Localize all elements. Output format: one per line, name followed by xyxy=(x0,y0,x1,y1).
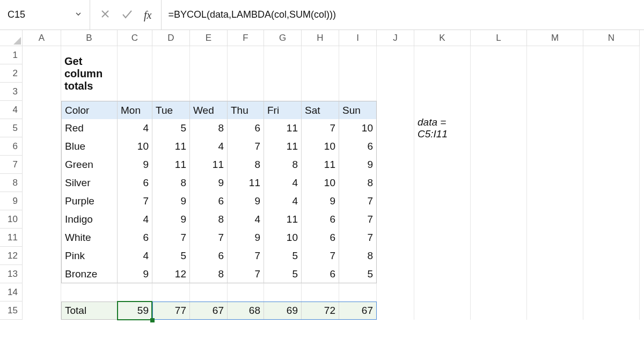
cell-H,1[interactable] xyxy=(302,46,339,64)
cell-B,5[interactable]: Red xyxy=(61,119,118,137)
cell-D,5[interactable]: 5 xyxy=(152,119,190,137)
cell-N,3[interactable] xyxy=(583,83,640,101)
cell-N,10[interactable] xyxy=(583,210,640,229)
cell-K,7[interactable] xyxy=(414,156,471,174)
cell-L,9[interactable] xyxy=(471,192,527,210)
cell-H,3[interactable] xyxy=(302,83,339,101)
cell-K,12[interactable] xyxy=(414,247,471,265)
cell-H,5[interactable]: 7 xyxy=(302,119,339,137)
cell-L,11[interactable] xyxy=(471,229,527,247)
cell-N,12[interactable] xyxy=(583,247,640,265)
cell-J,12[interactable] xyxy=(377,247,414,265)
cell-E,1[interactable] xyxy=(190,46,228,64)
cell-A,10[interactable] xyxy=(23,210,61,229)
cell-B,8[interactable]: Silver xyxy=(61,174,118,192)
cell-K,3[interactable] xyxy=(414,83,471,101)
cell-G,7[interactable]: 8 xyxy=(264,156,302,174)
enter-icon[interactable] xyxy=(121,8,133,22)
cell-I,11[interactable]: 7 xyxy=(339,229,377,247)
cell-L,2[interactable] xyxy=(471,64,527,83)
cell-I,13[interactable]: 5 xyxy=(339,265,377,283)
cell-A,3[interactable] xyxy=(23,83,61,101)
cell-G,11[interactable]: 10 xyxy=(264,229,302,247)
cell-J,1[interactable] xyxy=(377,46,414,64)
cell-F,1[interactable] xyxy=(228,46,264,64)
cell-K,14[interactable] xyxy=(414,283,471,302)
cell-N,9[interactable] xyxy=(583,192,640,210)
cell-I,4[interactable]: Sun xyxy=(339,101,377,119)
cell-B,9[interactable]: Purple xyxy=(61,192,118,210)
cell-L,13[interactable] xyxy=(471,265,527,283)
cell-E,11[interactable]: 7 xyxy=(190,229,228,247)
cell-K,11[interactable] xyxy=(414,229,471,247)
cell-H,9[interactable]: 9 xyxy=(302,192,339,210)
cell-K,6[interactable] xyxy=(414,137,471,156)
cell-D,2[interactable] xyxy=(152,64,190,83)
cell-C,9[interactable]: 7 xyxy=(118,192,152,210)
row-header[interactable]: 3 xyxy=(0,83,23,101)
row-header[interactable]: 11 xyxy=(0,229,23,247)
cell-F,2[interactable] xyxy=(228,64,264,83)
cell-K,15[interactable] xyxy=(414,302,471,320)
cell-E,8[interactable]: 9 xyxy=(190,174,228,192)
cell-G,4[interactable]: Fri xyxy=(264,101,302,119)
cell-D,9[interactable]: 9 xyxy=(152,192,190,210)
cell-G,3[interactable] xyxy=(264,83,302,101)
cell-M,10[interactable] xyxy=(527,210,583,229)
insert-function-icon[interactable]: fx xyxy=(144,10,151,20)
cell-B,10[interactable]: Indigo xyxy=(61,210,118,229)
cell-A,15[interactable] xyxy=(23,302,61,320)
cell-I,1[interactable] xyxy=(339,46,377,64)
row-header[interactable]: 1 xyxy=(0,46,23,64)
cell-M,14[interactable] xyxy=(527,283,583,302)
cell-N,6[interactable] xyxy=(583,137,640,156)
cell-N,15[interactable] xyxy=(583,302,640,320)
cell-A,5[interactable] xyxy=(23,119,61,137)
cell-D,1[interactable] xyxy=(152,46,190,64)
cell-J,13[interactable] xyxy=(377,265,414,283)
cell-A,13[interactable] xyxy=(23,265,61,283)
cell-H,8[interactable]: 10 xyxy=(302,174,339,192)
cell-M,12[interactable] xyxy=(527,247,583,265)
cell-A,14[interactable] xyxy=(23,283,61,302)
cell-D,10[interactable]: 9 xyxy=(152,210,190,229)
cell-E,10[interactable]: 8 xyxy=(190,210,228,229)
cell-N,8[interactable] xyxy=(583,174,640,192)
cell-J,14[interactable] xyxy=(377,283,414,302)
cell-I,6[interactable]: 6 xyxy=(339,137,377,156)
cell-F,5[interactable]: 6 xyxy=(228,119,264,137)
cell-J,10[interactable] xyxy=(377,210,414,229)
cell-A,2[interactable] xyxy=(23,64,61,83)
cell-I,14[interactable] xyxy=(339,283,377,302)
cell-H,15[interactable]: 72 xyxy=(302,302,339,320)
cell-C,6[interactable]: 10 xyxy=(118,137,152,156)
cell-F,7[interactable]: 8 xyxy=(228,156,264,174)
column-header[interactable]: K xyxy=(414,30,471,46)
cell-D,8[interactable]: 8 xyxy=(152,174,190,192)
cell-J,3[interactable] xyxy=(377,83,414,101)
cell-H,13[interactable]: 6 xyxy=(302,265,339,283)
cell-N,14[interactable] xyxy=(583,283,640,302)
cell-F,6[interactable]: 7 xyxy=(228,137,264,156)
cell-L,6[interactable] xyxy=(471,137,527,156)
cell-E,7[interactable]: 11 xyxy=(190,156,228,174)
cancel-icon[interactable] xyxy=(100,9,111,21)
column-header[interactable]: E xyxy=(190,30,228,46)
cell-J,6[interactable] xyxy=(377,137,414,156)
cell-E,9[interactable]: 6 xyxy=(190,192,228,210)
cell-L,8[interactable] xyxy=(471,174,527,192)
row-header[interactable]: 10 xyxy=(0,210,23,229)
cell-H,11[interactable]: 6 xyxy=(302,229,339,247)
cell-L,10[interactable] xyxy=(471,210,527,229)
cell-A,4[interactable] xyxy=(23,101,61,119)
cell-F,4[interactable]: Thu xyxy=(228,101,264,119)
cell-G,12[interactable]: 5 xyxy=(264,247,302,265)
cell-K,5[interactable]: data = C5:I11 xyxy=(414,119,471,137)
cell-N,11[interactable] xyxy=(583,229,640,247)
cell-I,10[interactable]: 7 xyxy=(339,210,377,229)
cell-M,7[interactable] xyxy=(527,156,583,174)
cell-M,9[interactable] xyxy=(527,192,583,210)
cell-G,9[interactable]: 4 xyxy=(264,192,302,210)
row-header[interactable]: 12 xyxy=(0,247,23,265)
cell-H,2[interactable] xyxy=(302,64,339,83)
